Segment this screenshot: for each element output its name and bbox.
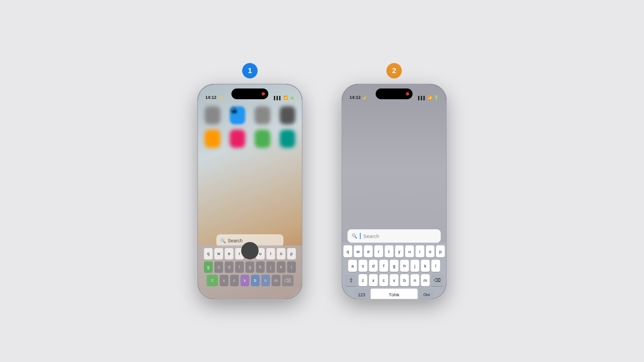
- k2-q[interactable]: q: [343, 245, 352, 257]
- key-b[interactable]: b: [251, 275, 260, 286]
- signal-icon-2: ▌▌▌: [418, 96, 426, 100]
- app-blurred-1: [205, 106, 220, 124]
- key-g-green[interactable]: g: [204, 261, 213, 273]
- keyboard-2[interactable]: q w e r t y u i o p a s: [342, 243, 446, 299]
- key-m[interactable]: m: [272, 275, 280, 286]
- k2-i[interactable]: i: [416, 245, 424, 257]
- search-bar-2[interactable]: 🔍 Search: [347, 229, 441, 243]
- wifi-icon-2: 📶: [428, 96, 432, 100]
- step-2-badge: 2: [386, 63, 402, 78]
- k2-w[interactable]: w: [354, 245, 363, 257]
- app-pink: [230, 130, 246, 148]
- phone-2-status-icons: ▌▌▌ 📶 🔋: [418, 96, 439, 100]
- k2-return[interactable]: Otsi: [419, 289, 434, 299]
- key-p[interactable]: p: [287, 248, 296, 259]
- search-icon-1: 🔍: [220, 238, 226, 243]
- k2-n[interactable]: n: [411, 274, 419, 286]
- keyboard-2-bottom: 123 Tühik Otsi: [343, 289, 445, 299]
- dynamic-island-1: [231, 88, 268, 99]
- k2-shift[interactable]: ⇧: [345, 274, 357, 286]
- k2-numbers[interactable]: 123: [354, 289, 369, 299]
- k2-backspace[interactable]: ⌫: [431, 274, 443, 286]
- step-1-badge: 1: [242, 63, 258, 78]
- key-n[interactable]: n: [261, 275, 270, 286]
- battery-icon-2: 🔋: [434, 96, 439, 100]
- k2-t[interactable]: t: [385, 245, 393, 257]
- k2-e[interactable]: e: [364, 245, 373, 257]
- shift-key[interactable]: ⇧: [207, 275, 218, 286]
- app-blurred-2: [255, 106, 270, 124]
- k2-l[interactable]: l: [431, 260, 440, 272]
- key-i[interactable]: i: [266, 248, 275, 259]
- k2-o[interactable]: o: [426, 245, 435, 257]
- k2-g[interactable]: g: [390, 260, 398, 272]
- phone-1-time: 14:12 🌙: [205, 95, 222, 100]
- phone-1: 14:12 🌙 ▌▌▌ 📶 🔋: [198, 84, 302, 299]
- keyboard-row-2: g s d f g h j k l: [199, 261, 301, 273]
- app-orange: [205, 130, 220, 148]
- apps-row-1: 🌤: [198, 106, 302, 124]
- phone-1-column: 1 14:12 🌙 ▌▌▌ 📶 🔋: [198, 63, 302, 299]
- search-icon-2: 🔍: [352, 233, 357, 239]
- dynamic-island-2: [376, 88, 413, 99]
- apps-row-2: [198, 130, 302, 148]
- key-f[interactable]: f: [235, 261, 244, 273]
- phone-2-column: 2 14:12 🌙 ▌▌▌ 📶 🔋: [342, 63, 446, 299]
- k2-p[interactable]: p: [436, 245, 445, 257]
- key-h[interactable]: h: [256, 261, 265, 273]
- search-placeholder-2: Search: [363, 233, 379, 239]
- search-text-1: Search: [228, 238, 243, 243]
- record-dot-2: [406, 92, 409, 96]
- key-x[interactable]: x: [220, 275, 228, 286]
- key-o[interactable]: o: [277, 248, 285, 259]
- k2-k[interactable]: k: [421, 260, 430, 272]
- key-v[interactable]: v: [240, 275, 249, 286]
- k2-f[interactable]: f: [379, 260, 388, 272]
- backspace-key[interactable]: ⌫: [282, 275, 293, 286]
- k2-u[interactable]: u: [405, 245, 414, 257]
- k2-y[interactable]: y: [395, 245, 404, 257]
- key-j[interactable]: j: [266, 261, 275, 273]
- phone-1-screen: 14:12 🌙 ▌▌▌ 📶 🔋: [198, 84, 302, 299]
- k2-m[interactable]: m: [421, 274, 430, 286]
- cursor: [360, 233, 361, 239]
- app-blurred-3: [280, 106, 296, 124]
- k2-b[interactable]: b: [400, 274, 409, 286]
- battery-icon: 🔋: [290, 96, 294, 100]
- main-scene: 1 14:12 🌙 ▌▌▌ 📶 🔋: [198, 63, 446, 299]
- k2-h[interactable]: h: [400, 260, 409, 272]
- k2-c[interactable]: c: [379, 274, 388, 286]
- key-e[interactable]: e: [225, 248, 233, 259]
- moon-icon-2: 🌙: [362, 96, 366, 99]
- k2-j[interactable]: j: [411, 260, 419, 272]
- key-g2[interactable]: g: [246, 261, 254, 273]
- k2-space[interactable]: Tühik: [371, 289, 418, 299]
- k2-d[interactable]: d: [369, 260, 378, 272]
- key-l[interactable]: l: [287, 261, 296, 273]
- k2-z[interactable]: z: [359, 274, 367, 286]
- k2-r[interactable]: r: [374, 245, 383, 257]
- key-c[interactable]: c: [230, 275, 239, 286]
- keyboard-2-row-3: ⇧ z x c v b n m ⌫: [343, 274, 445, 286]
- signal-icon: ▌▌▌: [274, 96, 282, 100]
- k2-s[interactable]: s: [359, 260, 367, 272]
- phone-1-status-icons: ▌▌▌ 📶 🔋: [274, 96, 294, 100]
- app-weather: 🌤: [230, 106, 246, 124]
- keyboard-2-row-2: a s d f g h j k l: [343, 260, 445, 272]
- key-q[interactable]: q: [204, 248, 213, 259]
- wifi-icon: 📶: [283, 96, 288, 100]
- app-teal: [280, 130, 296, 148]
- key-s[interactable]: s: [214, 261, 223, 273]
- key-d[interactable]: d: [225, 261, 233, 273]
- key-w[interactable]: w: [214, 248, 223, 259]
- app-green: [255, 130, 270, 148]
- k2-v[interactable]: v: [390, 274, 398, 286]
- thumb-cursor: [241, 242, 259, 259]
- phone-2-time: 14:12 🌙: [350, 95, 366, 100]
- key-k[interactable]: k: [277, 261, 285, 273]
- k2-a[interactable]: a: [348, 260, 357, 272]
- keyboard-row-3: ⇧ x c v b n m ⌫: [199, 275, 301, 286]
- moon-icon: 🌙: [218, 96, 222, 99]
- phone-2: 14:12 🌙 ▌▌▌ 📶 🔋 Siri Sugge: [342, 84, 446, 299]
- k2-x[interactable]: x: [369, 274, 378, 286]
